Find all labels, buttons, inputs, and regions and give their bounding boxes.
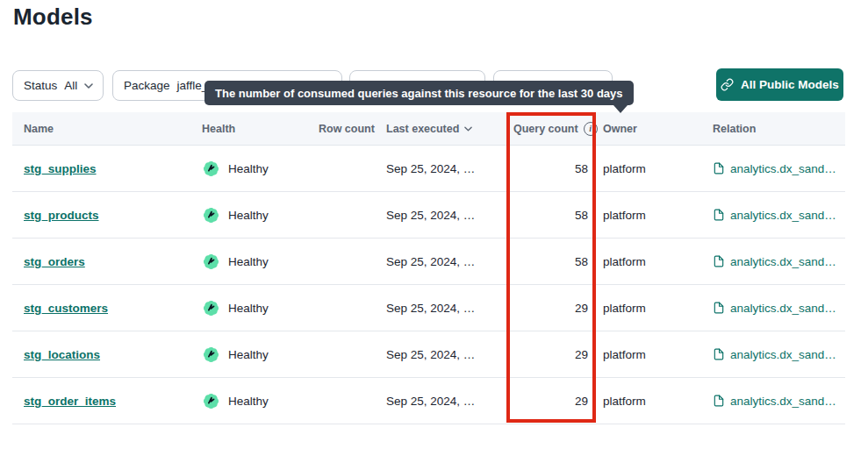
last-executed-cell: Sep 25, 2024, … (386, 209, 513, 222)
model-name-link[interactable]: stg_order_items (24, 395, 116, 408)
healthy-seal-icon (202, 206, 220, 224)
column-header-relation[interactable]: Relation (713, 123, 845, 135)
query-count-cell: 29 (513, 395, 603, 408)
file-icon (713, 302, 725, 314)
model-name-link[interactable]: stg_products (24, 209, 99, 222)
health-label: Healthy (228, 255, 269, 268)
health-badge: Healthy (202, 206, 269, 224)
relation-link[interactable]: analytics.dx_sand… (713, 348, 836, 361)
table-row: stg_order_items Healthy Sep 25, 2024, … … (12, 378, 845, 424)
healthy-seal-icon (202, 253, 220, 271)
table-row: stg_products Healthy Sep 25, 2024, … 58 … (12, 192, 845, 239)
health-label: Healthy (228, 348, 269, 361)
healthy-seal-icon (202, 392, 220, 410)
status-filter-value: All (64, 79, 77, 92)
table-body: stg_supplies Healthy Sep 25, 2024, … 58 … (12, 146, 845, 424)
table-row: stg_supplies Healthy Sep 25, 2024, … 58 … (12, 146, 845, 192)
health-label: Healthy (228, 395, 269, 408)
owner-cell: platform (603, 348, 713, 361)
model-name-cell: stg_locations (24, 348, 202, 361)
package-filter-value: jaffle_ (177, 79, 209, 92)
file-icon (713, 255, 725, 267)
healthy-seal-icon (202, 299, 220, 317)
link-icon (721, 78, 734, 91)
last-executed-cell: Sep 25, 2024, … (386, 162, 513, 175)
model-name-cell: stg_orders (24, 255, 202, 268)
relation-cell: analytics.dx_sand… (713, 255, 845, 268)
chevron-down-icon (84, 83, 93, 89)
last-executed-cell: Sep 25, 2024, … (386, 255, 513, 268)
models-table: Name Health Row count Last executed Quer… (12, 112, 845, 424)
last-executed-cell: Sep 25, 2024, … (386, 395, 513, 408)
relation-link[interactable]: analytics.dx_sand… (713, 162, 836, 175)
health-cell: Healthy (202, 160, 319, 178)
tooltip-text: The number of consumed queries against t… (215, 87, 623, 100)
column-header-health[interactable]: Health (202, 123, 319, 135)
relation-link[interactable]: analytics.dx_sand… (713, 255, 836, 268)
model-name-cell: stg_customers (24, 302, 202, 315)
health-label: Healthy (228, 302, 269, 315)
relation-label: analytics.dx_sand… (730, 162, 836, 175)
relation-label: analytics.dx_sand… (730, 348, 836, 361)
file-icon (713, 162, 725, 174)
model-name-link[interactable]: stg_locations (24, 348, 100, 361)
model-name-link[interactable]: stg_customers (24, 302, 108, 315)
relation-cell: analytics.dx_sand… (713, 162, 845, 175)
health-label: Healthy (228, 162, 269, 175)
query-count-tooltip: The number of consumed queries against t… (204, 81, 634, 105)
health-badge: Healthy (202, 160, 269, 178)
relation-cell: analytics.dx_sand… (713, 302, 845, 315)
relation-cell: analytics.dx_sand… (713, 209, 845, 222)
relation-cell: analytics.dx_sand… (713, 395, 845, 408)
page-title: Models (13, 4, 93, 31)
health-cell: Healthy (202, 299, 319, 317)
column-header-row-count[interactable]: Row count (319, 123, 386, 135)
file-icon (713, 209, 725, 221)
file-icon (713, 348, 725, 360)
query-count-cell: 58 (513, 209, 603, 222)
relation-label: analytics.dx_sand… (730, 302, 836, 315)
all-public-models-label: All Public Models (741, 78, 839, 91)
table-row: stg_locations Healthy Sep 25, 2024, … 29… (12, 331, 845, 378)
relation-label: analytics.dx_sand… (730, 395, 836, 408)
model-name-cell: stg_supplies (24, 162, 202, 175)
package-filter-label: Package (124, 79, 170, 92)
owner-cell: platform (603, 209, 713, 222)
health-cell: Healthy (202, 206, 319, 224)
model-name-cell: stg_order_items (24, 395, 202, 408)
status-filter-label: Status (24, 79, 57, 92)
healthy-seal-icon (202, 160, 220, 178)
column-header-owner[interactable]: Owner (603, 123, 713, 135)
table-header-row: Name Health Row count Last executed Quer… (12, 112, 845, 146)
health-badge: Healthy (202, 345, 269, 364)
model-name-link[interactable]: stg_orders (24, 255, 85, 268)
owner-cell: platform (603, 302, 713, 315)
relation-link[interactable]: analytics.dx_sand… (713, 302, 836, 315)
status-filter-dropdown[interactable]: Status All (12, 70, 104, 101)
health-label: Healthy (228, 209, 269, 222)
all-public-models-button[interactable]: All Public Models (716, 68, 843, 101)
healthy-seal-icon (202, 345, 220, 364)
sort-chevron-down-icon (464, 126, 472, 132)
relation-link[interactable]: analytics.dx_sand… (713, 395, 836, 408)
column-header-query-count[interactable]: Query count i (513, 122, 603, 136)
query-count-cell: 58 (513, 162, 603, 175)
column-header-last-executed[interactable]: Last executed (386, 123, 513, 135)
health-badge: Healthy (202, 253, 269, 271)
relation-cell: analytics.dx_sand… (713, 348, 845, 361)
table-row: stg_orders Healthy Sep 25, 2024, … 58 pl… (12, 239, 845, 285)
query-count-cell: 29 (513, 302, 603, 315)
table-row: stg_customers Healthy Sep 25, 2024, … 29… (12, 285, 845, 331)
file-icon (713, 395, 725, 407)
column-header-name[interactable]: Name (24, 123, 202, 135)
relation-label: analytics.dx_sand… (730, 255, 836, 268)
last-executed-cell: Sep 25, 2024, … (386, 348, 513, 361)
info-icon[interactable]: i (584, 122, 598, 136)
health-badge: Healthy (202, 392, 269, 410)
model-name-link[interactable]: stg_supplies (24, 162, 97, 175)
relation-label: analytics.dx_sand… (730, 209, 836, 222)
last-executed-cell: Sep 25, 2024, … (386, 302, 513, 315)
health-cell: Healthy (202, 253, 319, 271)
relation-link[interactable]: analytics.dx_sand… (713, 209, 836, 222)
health-cell: Healthy (202, 392, 319, 410)
